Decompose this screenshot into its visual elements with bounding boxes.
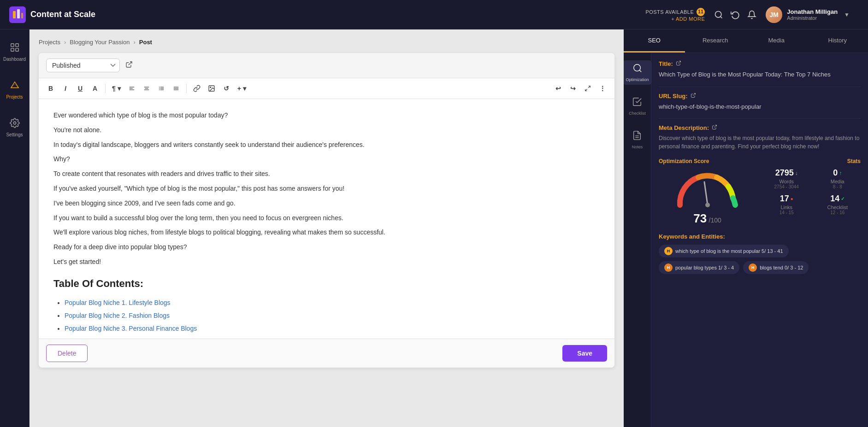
nav-icons bbox=[714, 10, 756, 19]
keyword-chips: H which type of blog is the most popular… bbox=[659, 245, 861, 274]
italic-button[interactable]: I bbox=[59, 82, 72, 95]
svg-rect-14 bbox=[129, 89, 134, 90]
list-button[interactable] bbox=[155, 82, 168, 95]
tab-research[interactable]: Research bbox=[685, 29, 746, 53]
toc-link-3[interactable]: Popular Blog Niche 3. Personal Finance B… bbox=[65, 325, 197, 332]
sidebar-settings-label: Settings bbox=[6, 132, 23, 137]
search-button[interactable] bbox=[714, 10, 723, 19]
projects-icon bbox=[10, 80, 20, 93]
chevron-down-icon: ▼ bbox=[844, 12, 850, 18]
meta-edit-icon[interactable] bbox=[712, 124, 717, 131]
toc-link-4[interactable]: Popular Blog Niche 4. Home Decor Blogs bbox=[65, 338, 183, 339]
dashboard-icon bbox=[10, 42, 20, 55]
keyword-chip-3[interactable]: H blogs tend 0/ 3 - 12 bbox=[743, 261, 809, 274]
seo-slug-field: URL Slug: which-type-of-blog-is-the-most… bbox=[659, 93, 861, 111]
svg-line-37 bbox=[714, 125, 717, 128]
undo-button[interactable]: ↩ bbox=[552, 82, 565, 95]
svg-rect-21 bbox=[159, 88, 159, 88]
svg-line-36 bbox=[693, 93, 696, 96]
more-button[interactable]: + ▾ bbox=[235, 82, 249, 95]
svg-point-10 bbox=[13, 122, 16, 124]
sidebar-item-dashboard[interactable]: Dashboard bbox=[3, 39, 27, 65]
paragraph-button[interactable]: ¶ ▾ bbox=[109, 82, 124, 95]
editor-para-9: We'll explore various blog niches, from … bbox=[53, 227, 600, 238]
editor-content[interactable]: Ever wondered which type of blog is the … bbox=[39, 99, 614, 339]
extra-list-icon bbox=[173, 85, 179, 92]
checklist-icon bbox=[632, 97, 642, 109]
external-link-icon bbox=[125, 61, 133, 68]
side-icon-optimization-label: Optimization bbox=[626, 77, 649, 82]
breadcrumb-sep-2: › bbox=[133, 39, 135, 46]
user-area[interactable]: JM Jonathan Milligan Administrator ▼ bbox=[766, 6, 850, 23]
align-center-button[interactable] bbox=[140, 82, 153, 95]
stat-words: 2795 ↓ Words 2754 - 3044 bbox=[763, 168, 810, 189]
save-button[interactable]: Save bbox=[562, 345, 607, 362]
redo-button[interactable]: ↪ bbox=[567, 82, 579, 95]
status-bar: Published Draft Scheduled bbox=[39, 53, 614, 78]
stat-media-value: 0 ↑ bbox=[815, 168, 861, 178]
toc-link-1[interactable]: Popular Blog Niche 1. Lifestyle Blogs bbox=[65, 299, 171, 306]
keyword-chip-2[interactable]: H popular blog types 1/ 3 - 4 bbox=[659, 261, 739, 274]
align-left-icon bbox=[129, 85, 135, 92]
right-panel-tabs: SEO Research Media History bbox=[624, 29, 868, 53]
seo-meta-label: Meta Description: bbox=[659, 124, 861, 131]
svg-rect-8 bbox=[11, 48, 13, 51]
main-layout: Dashboard Projects Settings Projec bbox=[0, 29, 868, 427]
reload-button[interactable]: ↺ bbox=[220, 82, 233, 95]
tab-history[interactable]: History bbox=[807, 29, 868, 53]
breadcrumb-blogging[interactable]: Blogging Your Passion bbox=[70, 39, 130, 46]
add-more-link[interactable]: + Add more bbox=[671, 16, 705, 22]
toc-link-2[interactable]: Popular Blog Niche 2. Fashion Blogs bbox=[65, 312, 170, 319]
delete-button[interactable]: Delete bbox=[46, 345, 88, 362]
svg-rect-17 bbox=[144, 89, 149, 90]
side-icon-notes[interactable]: Notes bbox=[629, 128, 646, 152]
tab-seo[interactable]: SEO bbox=[624, 29, 685, 53]
font-button[interactable]: A bbox=[89, 82, 101, 95]
editor-para-1: Ever wondered which type of blog is the … bbox=[53, 110, 600, 121]
keyword-chip-text-3: blogs tend 0/ 3 - 12 bbox=[760, 265, 803, 270]
breadcrumb-projects[interactable]: Projects bbox=[39, 39, 60, 46]
side-icons: Optimization Checklist bbox=[624, 53, 651, 427]
logo-area: Content at Scale bbox=[9, 6, 120, 23]
fullscreen-icon bbox=[585, 85, 591, 92]
right-panel: SEO Research Media History Optimization bbox=[624, 29, 868, 427]
user-role: Administrator bbox=[787, 15, 838, 21]
seo-meta-field: Meta Description: Discover which type of… bbox=[659, 124, 861, 151]
refresh-button[interactable] bbox=[731, 10, 740, 19]
sidebar-item-settings[interactable]: Settings bbox=[3, 114, 27, 141]
external-link-button[interactable] bbox=[125, 61, 133, 70]
notification-button[interactable] bbox=[747, 10, 756, 19]
keyword-chip-1[interactable]: H which type of blog is the most popular… bbox=[659, 245, 789, 257]
breadcrumb: Projects › Blogging Your Passion › Post bbox=[39, 39, 614, 46]
stat-links: 17 ● Links 14 - 15 bbox=[763, 194, 810, 215]
tab-media[interactable]: Media bbox=[746, 29, 807, 53]
sidebar-item-projects[interactable]: Projects bbox=[3, 76, 27, 103]
gauge-score: 73 /100 bbox=[693, 211, 721, 226]
bold-button[interactable]: B bbox=[44, 82, 57, 95]
sidebar: Dashboard Projects Settings bbox=[0, 29, 30, 427]
link-button[interactable] bbox=[190, 82, 203, 95]
underline-button[interactable]: U bbox=[74, 82, 87, 95]
side-icon-checklist-label: Checklist bbox=[629, 111, 646, 116]
search-icon bbox=[714, 10, 723, 19]
keywords-label: Keywords and Entities: bbox=[659, 233, 861, 240]
editor-toolbar: B I U A ¶ ▾ bbox=[39, 78, 614, 99]
fullscreen-button[interactable] bbox=[581, 82, 594, 95]
image-button[interactable] bbox=[205, 82, 218, 95]
stat-words-label: Words bbox=[763, 179, 810, 184]
overflow-menu-button[interactable]: ⋮ bbox=[596, 82, 609, 95]
side-icon-notes-label: Notes bbox=[632, 145, 643, 149]
svg-line-32 bbox=[639, 70, 641, 72]
side-icon-optimization[interactable]: Optimization bbox=[624, 60, 652, 85]
slug-edit-icon[interactable] bbox=[691, 93, 696, 99]
editor-para-11: Let's get started! bbox=[53, 257, 600, 268]
svg-line-30 bbox=[585, 89, 587, 91]
side-icon-checklist[interactable]: Checklist bbox=[626, 94, 649, 118]
svg-rect-23 bbox=[159, 89, 159, 90]
status-select[interactable]: Published Draft Scheduled bbox=[46, 58, 120, 72]
align-left-button[interactable] bbox=[125, 82, 138, 95]
extra-list-button[interactable] bbox=[170, 82, 183, 95]
title-edit-icon[interactable] bbox=[676, 60, 681, 67]
stat-media-range: 8 - 8 bbox=[815, 184, 861, 189]
keywords-section: Keywords and Entities: H which type of b… bbox=[659, 233, 861, 274]
